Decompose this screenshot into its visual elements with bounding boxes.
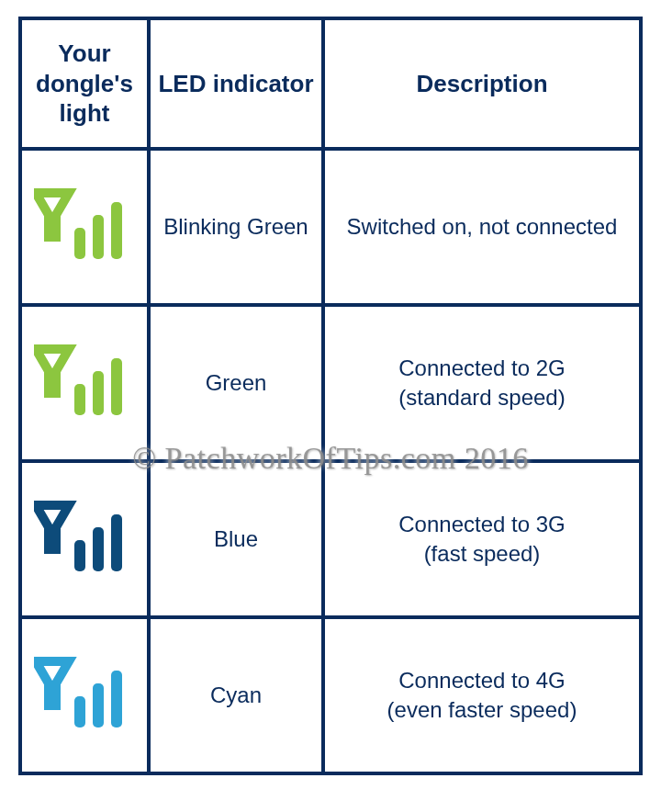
svg-rect-4 xyxy=(93,371,104,415)
signal-icon xyxy=(34,713,135,738)
desc-line1: Switched on, not connected xyxy=(330,212,633,241)
header-description: Description xyxy=(323,18,641,149)
desc-line2: (even faster speed) xyxy=(330,695,633,724)
led-indicator-table: Your dongle's light LED indicator Descri… xyxy=(18,17,643,775)
svg-rect-0 xyxy=(74,228,85,259)
table-row: Green Connected to 2G (standard speed) xyxy=(20,305,641,461)
svg-rect-5 xyxy=(111,358,122,415)
cell-led: Blinking Green xyxy=(149,149,323,305)
svg-rect-1 xyxy=(93,215,104,259)
cell-led: Blue xyxy=(149,461,323,617)
cell-led: Cyan xyxy=(149,617,323,773)
cell-icon xyxy=(20,305,149,461)
svg-rect-7 xyxy=(93,527,104,571)
svg-rect-3 xyxy=(74,384,85,415)
svg-rect-10 xyxy=(93,683,104,727)
cell-led: Green xyxy=(149,305,323,461)
desc-line2: (standard speed) xyxy=(330,383,633,412)
desc-line1: Connected to 2G xyxy=(330,354,633,382)
header-led-indicator: LED indicator xyxy=(149,18,323,149)
cell-description: Connected to 4G (even faster speed) xyxy=(323,617,641,773)
header-dongle-light: Your dongle's light xyxy=(20,18,149,149)
svg-rect-9 xyxy=(74,696,85,727)
cell-icon xyxy=(20,461,149,617)
signal-icon xyxy=(34,557,135,581)
signal-icon xyxy=(34,400,135,425)
cell-description: Connected to 2G (standard speed) xyxy=(323,305,641,461)
cell-description: Switched on, not connected xyxy=(323,149,641,305)
desc-line1: Connected to 3G xyxy=(330,510,633,538)
led-indicator-table-wrapper: Your dongle's light LED indicator Descri… xyxy=(0,0,661,792)
cell-icon xyxy=(20,149,149,305)
table-row: Blue Connected to 3G (fast speed) xyxy=(20,461,641,617)
cell-icon xyxy=(20,617,149,773)
svg-rect-8 xyxy=(111,514,122,571)
svg-rect-2 xyxy=(111,202,122,259)
table-header-row: Your dongle's light LED indicator Descri… xyxy=(20,18,641,149)
svg-rect-11 xyxy=(111,671,122,727)
desc-line1: Connected to 4G xyxy=(330,666,633,694)
svg-rect-6 xyxy=(74,540,85,571)
cell-description: Connected to 3G (fast speed) xyxy=(323,461,641,617)
desc-line2: (fast speed) xyxy=(330,539,633,568)
table-row: Blinking Green Switched on, not connecte… xyxy=(20,149,641,305)
signal-icon xyxy=(34,244,135,269)
table-row: Cyan Connected to 4G (even faster speed) xyxy=(20,617,641,773)
